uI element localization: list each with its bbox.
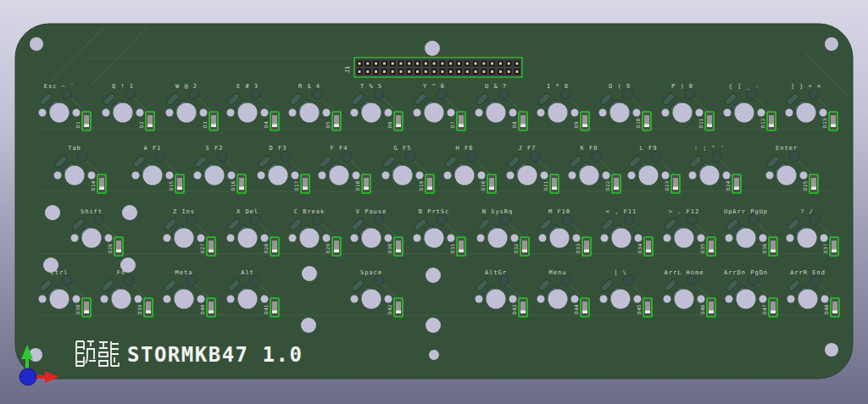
key-legend: Shift xyxy=(81,208,103,215)
mounting-hole xyxy=(30,37,43,51)
diode-refdes-label: D39 xyxy=(137,304,142,314)
switch-pin-hole xyxy=(530,152,540,162)
connector-pin-contact xyxy=(475,70,477,73)
diode-cathode-band xyxy=(552,187,557,191)
switch-center-hole xyxy=(610,103,630,123)
connector-pin-contact xyxy=(475,63,477,65)
diode-cathode-band xyxy=(520,125,526,128)
stabilizer-hole xyxy=(227,296,235,303)
diode-cathode-band xyxy=(84,311,89,314)
connector-pin-contact xyxy=(359,70,361,73)
diode-refdes-label: D10 xyxy=(636,118,641,128)
connector-pin-contact xyxy=(375,63,377,65)
mounting-hole xyxy=(825,343,838,357)
stabilizer-hole xyxy=(698,296,705,303)
switch-center-hole xyxy=(548,103,568,123)
diode-refdes-label: D17 xyxy=(294,180,299,191)
stabilizer-hole xyxy=(571,109,579,117)
diode-refdes-label: D46 xyxy=(700,304,705,314)
key-legend: I * 8 xyxy=(547,83,569,90)
pcb-canvas[interactable]: Esc ~ `D1Q ! 1D2W @ 2D3E # 3D4R $ 4D5T %… xyxy=(0,0,868,404)
switch-pin-hole xyxy=(374,214,384,224)
connector-j1[interactable]: J1 xyxy=(344,58,522,77)
connector-pin-contact xyxy=(433,63,436,65)
diode-cathode-band xyxy=(211,125,216,128)
key-legend: Tab xyxy=(68,145,81,152)
switch-center-hole xyxy=(550,229,570,248)
diode-refdes-label: D20 xyxy=(481,180,486,191)
switch-pin-hole xyxy=(437,214,447,224)
connector-pin-contact xyxy=(449,63,452,65)
switch-center-hole xyxy=(487,103,506,123)
switch-pin-hole xyxy=(250,214,260,224)
diode-cathode-band xyxy=(582,125,587,128)
key-legend: Meta xyxy=(175,269,193,276)
stabilizer-hole xyxy=(39,296,47,303)
switch-center-hole xyxy=(300,103,320,123)
connector-pin-contact xyxy=(508,63,510,65)
switch-pin-hole xyxy=(685,89,695,99)
stabilizer-hole xyxy=(136,109,144,117)
stabilizer-hole xyxy=(662,172,670,180)
key-legend: Enter xyxy=(776,145,798,152)
switch-pin-hole xyxy=(312,89,322,99)
key-legend: Q ! 1 xyxy=(112,83,134,90)
stabilizer-hole xyxy=(227,235,235,242)
diode-cathode-band xyxy=(116,250,121,253)
diode-refdes-label: D11 xyxy=(698,118,704,128)
switch-pin-hole xyxy=(374,275,384,285)
diode-refdes-label: D14 xyxy=(91,180,96,191)
switch-pin-hole xyxy=(124,275,134,285)
diode-cathode-band xyxy=(771,311,776,314)
switch-center-hole xyxy=(737,229,756,248)
key-legend: { [ _ - xyxy=(729,83,760,90)
switch-center-hole xyxy=(177,103,197,123)
stabilizer-hole xyxy=(164,235,171,242)
diode-cathode-band xyxy=(147,125,153,128)
key-legend: AltGr xyxy=(485,269,507,276)
connector-pin-contact xyxy=(491,63,493,65)
diode-refdes-label: D13 xyxy=(822,118,827,128)
stabilizer-hole xyxy=(662,109,670,117)
stabilizer-hole xyxy=(39,109,47,117)
stabilizer-hole xyxy=(416,172,424,180)
diode-refdes-label: D2 xyxy=(139,121,144,128)
stabilizer-hole xyxy=(198,235,205,242)
stabilizer-hole xyxy=(634,296,642,303)
switch-center-hole xyxy=(362,290,381,309)
diode-cathode-band xyxy=(489,187,494,191)
switch-center-hole xyxy=(393,166,413,185)
diode-refdes-label: D47 xyxy=(762,304,767,314)
diode-cathode-band xyxy=(645,311,650,314)
diode-cathode-band xyxy=(146,311,151,314)
diode-cathode-band xyxy=(582,311,587,314)
diode-refdes-label: D8 xyxy=(512,121,517,128)
switch-center-hole xyxy=(777,166,797,185)
stabilizer-hole xyxy=(289,235,297,242)
diode-cathode-band xyxy=(334,250,339,253)
switch-pin-hole xyxy=(687,214,697,224)
diode-refdes-label: D24 xyxy=(726,180,731,191)
stabilizer-hole xyxy=(726,235,733,242)
stabilizer-hole xyxy=(135,296,142,303)
switch-center-hole xyxy=(269,166,288,185)
switch-pin-hole xyxy=(155,152,165,162)
stabilizer-hole xyxy=(758,109,765,117)
diode-cathode-band xyxy=(709,250,714,253)
switch-center-hole xyxy=(611,290,631,309)
switch-pin-hole xyxy=(467,152,477,162)
connector-pin-contact xyxy=(458,63,460,65)
diode-refdes-label: D40 xyxy=(200,304,205,314)
mounting-hole xyxy=(122,205,137,220)
diode-refdes-label: D43 xyxy=(512,304,517,314)
switch-center-hole xyxy=(612,229,632,248)
switch-center-hole xyxy=(675,290,694,309)
key-legend: < , F11 xyxy=(606,208,637,215)
switch-pin-hole xyxy=(748,275,759,285)
switch-center-hole xyxy=(797,103,816,123)
switch-center-hole xyxy=(675,229,694,248)
diode-cathode-band xyxy=(709,311,714,314)
stabilizer-hole xyxy=(414,235,421,242)
key-legend: ArrDn PgDn xyxy=(724,269,768,276)
diode-cathode-band xyxy=(831,125,836,128)
